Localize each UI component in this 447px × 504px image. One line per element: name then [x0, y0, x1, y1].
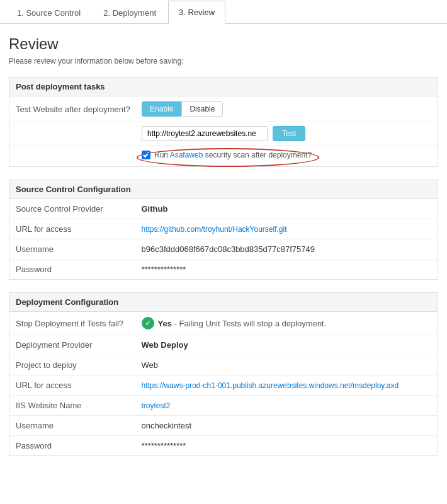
test-url-row: Test [9, 122, 438, 146]
table-row: URL for access https://github.com/troyhu… [9, 219, 438, 239]
dep-username-value: oncheckintest [135, 416, 438, 436]
sc-provider-label: Source Control Provider [9, 199, 135, 219]
test-button[interactable]: Test [273, 126, 305, 141]
table-row: Password ************** [9, 436, 438, 456]
page-subtitle: Please review your information below bef… [9, 57, 438, 66]
deployment-section-header: Deployment Configuration [9, 292, 438, 311]
table-row: Password ************** [9, 260, 438, 280]
sc-url-value: https://github.com/troyhunt/HackYourself… [135, 219, 438, 239]
sc-url-link[interactable]: https://github.com/troyhunt/HackYourself… [142, 225, 287, 234]
table-row: Deployment Provider Web Deploy [9, 335, 438, 355]
enable-disable-controls: Enable Disable [142, 101, 223, 117]
stop-deploy-cell: ✓ Yes - Failing Unit Tests will stop a d… [142, 317, 432, 329]
dep-provider-value: Web Deploy [135, 335, 438, 355]
sc-url-label: URL for access [9, 219, 135, 239]
wizard-tabs: 1. Source Control 2. Deployment 3. Revie… [0, 0, 447, 24]
table-row: Project to deploy Web [9, 355, 438, 375]
sc-provider-value: Github [135, 199, 438, 219]
asafaweb-link[interactable]: Asafaweb [170, 151, 203, 159]
dep-password-value: ************** [135, 436, 438, 456]
post-deployment-section-header: Post deployment tasks [9, 77, 438, 96]
iis-name-value: troytest2 [135, 396, 438, 416]
post-deployment-section: Test Website after deployment? Enable Di… [9, 96, 438, 167]
test-website-label: Test Website after deployment? [16, 105, 142, 114]
source-control-section-header: Source Control Configuration [9, 180, 438, 198]
table-row: Username b96c3fddd068f667dc08c3bbd835d77… [9, 239, 438, 260]
asafaweb-row: Run Asafaweb security scan after deploym… [9, 146, 438, 166]
page-title: Review [9, 35, 438, 53]
source-control-table: Source Control Provider Github URL for a… [9, 198, 438, 280]
dep-project-value: Web [135, 355, 438, 375]
tab-deployment[interactable]: 2. Deployment [93, 1, 167, 24]
tab-review[interactable]: 3. Review [168, 1, 225, 24]
sc-password-value: ************** [135, 260, 438, 280]
sc-username-value: b96c3fddd068f667dc08c3bbd835d77c87f75749 [135, 239, 438, 260]
iis-name-link[interactable]: troytest2 [142, 401, 171, 410]
test-url-input[interactable] [142, 126, 268, 141]
sc-username-label: Username [9, 239, 135, 260]
stop-deploy-text: Yes - Failing Unit Tests will stop a dep… [158, 319, 327, 328]
dep-url-label: URL for access [9, 375, 135, 396]
test-website-row: Test Website after deployment? Enable Di… [9, 96, 438, 122]
deployment-table: Stop Deployment if Tests fail? ✓ Yes - F… [9, 311, 438, 456]
table-row: Stop Deployment if Tests fail? ✓ Yes - F… [9, 312, 438, 335]
table-row: URL for access https://waws-prod-ch1-001… [9, 375, 438, 396]
dep-username-label: Username [9, 416, 135, 436]
asafaweb-run-text: Run Asafaweb security scan after deploym… [154, 151, 312, 159]
dep-project-label: Project to deploy [9, 355, 135, 375]
dep-provider-label: Deployment Provider [9, 335, 135, 355]
sc-password-label: Password [9, 260, 135, 280]
dep-url-link[interactable]: https://waws-prod-ch1-001.publish.azurew… [142, 381, 399, 390]
table-row: Source Control Provider Github [9, 199, 438, 219]
enable-button[interactable]: Enable [142, 101, 181, 117]
stop-deploy-label: Stop Deployment if Tests fail? [9, 312, 135, 335]
dep-url-value: https://waws-prod-ch1-001.publish.azurew… [135, 375, 438, 396]
dep-password-label: Password [9, 436, 135, 456]
asafaweb-inner: Run Asafaweb security scan after deploym… [142, 151, 312, 159]
stop-deploy-value: ✓ Yes - Failing Unit Tests will stop a d… [135, 312, 438, 335]
iis-name-label: IIS Website Name [9, 396, 135, 416]
table-row: Username oncheckintest [9, 416, 438, 436]
page-content: Review Please review your information be… [0, 24, 447, 480]
green-check-icon: ✓ [142, 317, 154, 329]
tab-source-control[interactable]: 1. Source Control [6, 1, 91, 24]
disable-button[interactable]: Disable [181, 101, 223, 117]
asafaweb-checkbox[interactable] [142, 151, 150, 159]
table-row: IIS Website Name troytest2 [9, 396, 438, 416]
